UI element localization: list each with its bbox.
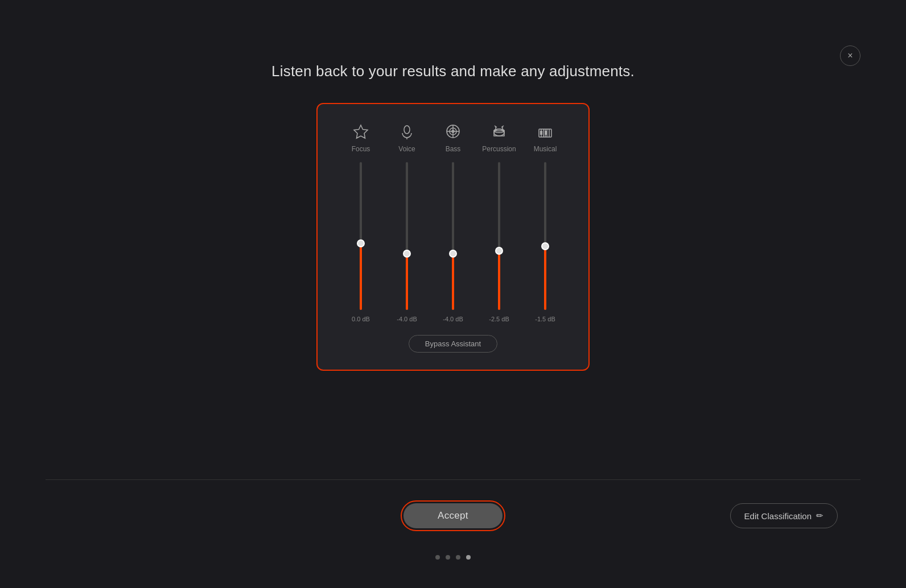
edit-icon: ✏ xyxy=(816,511,823,521)
mixer-panel: Focus 0.0 dB Voice -4.0 dB Bass -4.0 dB … xyxy=(316,103,590,371)
pagination-dot-1[interactable] xyxy=(446,555,450,560)
bass-label: Bass xyxy=(446,145,461,153)
percussion-icon xyxy=(491,121,507,142)
voice-icon xyxy=(399,121,415,142)
focus-label: Focus xyxy=(352,145,370,153)
voice-thumb[interactable] xyxy=(403,250,411,258)
focus-db: 0.0 dB xyxy=(352,316,370,322)
divider xyxy=(46,479,860,480)
svg-rect-22 xyxy=(545,131,547,135)
musical-icon xyxy=(537,121,553,142)
pagination-dot-3[interactable] xyxy=(466,555,471,560)
channel-voice: Voice -4.0 dB xyxy=(386,121,427,322)
channels-row: Focus 0.0 dB Voice -4.0 dB Bass -4.0 dB … xyxy=(340,121,566,322)
pagination-dot-0[interactable] xyxy=(435,555,440,560)
percussion-slider[interactable] xyxy=(495,162,503,310)
footer: Accept Edit Classification ✏ xyxy=(0,500,906,531)
channel-bass: Bass -4.0 dB xyxy=(433,121,473,322)
bass-icon xyxy=(445,121,461,142)
edit-classification-button[interactable]: Edit Classification ✏ xyxy=(730,503,838,528)
voice-db: -4.0 dB xyxy=(397,316,417,322)
musical-slider[interactable] xyxy=(541,162,549,310)
accept-button[interactable]: Accept xyxy=(403,503,503,528)
page-heading: Listen back to your results and make any… xyxy=(271,63,635,80)
close-icon: × xyxy=(847,51,853,61)
channel-percussion: Percussion -2.5 dB xyxy=(479,121,520,322)
musical-thumb[interactable] xyxy=(541,242,549,250)
percussion-thumb[interactable] xyxy=(495,247,503,255)
bypass-btn-wrapper: Bypass Assistant xyxy=(340,335,566,353)
accept-button-wrapper: Accept xyxy=(401,500,505,531)
voice-label: Voice xyxy=(398,145,415,153)
pagination xyxy=(435,555,471,560)
bass-slider[interactable] xyxy=(449,162,457,310)
bass-fill xyxy=(452,254,454,310)
focus-thumb[interactable] xyxy=(357,239,365,247)
main-content: Listen back to your results and make any… xyxy=(0,0,906,371)
focus-slider[interactable] xyxy=(357,162,365,310)
svg-marker-0 xyxy=(354,125,368,138)
close-button[interactable]: × xyxy=(840,45,860,66)
svg-rect-21 xyxy=(540,131,542,135)
channel-musical: Musical -1.5 dB xyxy=(525,121,566,322)
focus-fill xyxy=(360,243,362,310)
percussion-fill xyxy=(498,251,500,310)
musical-db: -1.5 dB xyxy=(535,316,555,322)
percussion-db: -2.5 dB xyxy=(489,316,509,322)
pagination-dot-2[interactable] xyxy=(456,555,460,560)
bass-thumb[interactable] xyxy=(449,250,457,258)
percussion-label: Percussion xyxy=(482,145,516,153)
voice-slider[interactable] xyxy=(403,162,411,310)
svg-point-1 xyxy=(404,126,410,134)
musical-label: Musical xyxy=(534,145,557,153)
channel-focus: Focus 0.0 dB xyxy=(340,121,381,322)
edit-classification-label: Edit Classification xyxy=(744,511,812,521)
bypass-assistant-button[interactable]: Bypass Assistant xyxy=(409,335,497,353)
voice-fill xyxy=(406,254,408,310)
focus-icon xyxy=(353,121,369,142)
musical-fill xyxy=(544,246,546,310)
bass-db: -4.0 dB xyxy=(443,316,463,322)
